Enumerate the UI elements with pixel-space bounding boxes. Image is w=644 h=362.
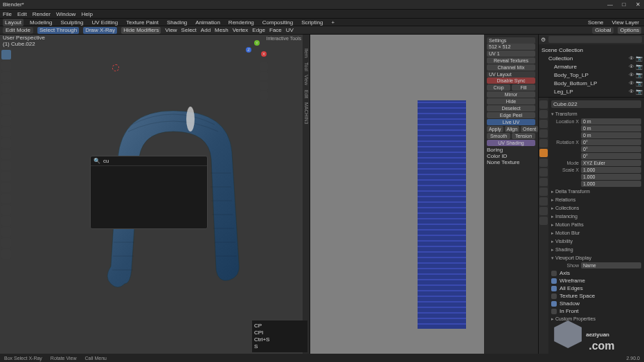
menu-help[interactable]: Help bbox=[81, 11, 92, 17]
tool-bevel[interactable] bbox=[1, 161, 11, 170]
axis-checkbox[interactable] bbox=[551, 271, 557, 276]
options-button[interactable]: Options bbox=[618, 27, 641, 34]
prop-tab-world[interactable] bbox=[539, 139, 548, 147]
perspective-button[interactable] bbox=[260, 91, 268, 100]
window-maximize[interactable]: □ bbox=[620, 1, 627, 8]
hide-modifiers-toggle[interactable]: Hide Modifiers bbox=[121, 27, 161, 34]
tool-knife[interactable] bbox=[1, 183, 11, 192]
vp-menu-vertex[interactable]: Vertex bbox=[233, 27, 249, 33]
npanel-tab-edit[interactable]: Edit bbox=[304, 90, 309, 98]
eye-icon[interactable]: 👁 bbox=[629, 89, 634, 94]
visibility-section[interactable]: Visibility bbox=[551, 237, 641, 246]
location-x[interactable]: 0 m bbox=[581, 118, 641, 125]
tool-transform[interactable] bbox=[1, 105, 11, 115]
outliner-item[interactable]: Collection👁📷 bbox=[540, 54, 643, 62]
shading-section[interactable]: Shading bbox=[551, 246, 641, 254]
boring-check[interactable]: Boring bbox=[487, 147, 503, 153]
prop-tab-particle[interactable] bbox=[539, 168, 548, 177]
render-icon[interactable]: 📷 bbox=[636, 89, 641, 94]
rotation-y[interactable]: 0° bbox=[581, 146, 641, 152]
collections-section[interactable]: Collections bbox=[551, 204, 641, 212]
tab-sculpting[interactable]: Sculpting bbox=[59, 19, 86, 26]
tool-scale[interactable] bbox=[1, 94, 11, 104]
location-y[interactable]: 0 m bbox=[581, 125, 641, 132]
tab-rendering[interactable]: Rendering bbox=[226, 19, 256, 26]
npanel-tab-item[interactable]: Item bbox=[304, 48, 309, 58]
infront-checkbox[interactable] bbox=[551, 309, 557, 314]
prop-tab-physics[interactable] bbox=[539, 178, 548, 186]
search-results[interactable] bbox=[91, 166, 207, 228]
deselect-button[interactable]: Deselect bbox=[487, 105, 535, 111]
draw-xray-toggle[interactable]: Draw X-Ray bbox=[83, 27, 117, 34]
npanel-tab-machin3[interactable]: MACHIN3 bbox=[304, 102, 309, 125]
orient-button[interactable]: Orient bbox=[521, 126, 538, 132]
delta-transform-section[interactable]: Delta Transform bbox=[551, 188, 641, 196]
disable-sync-button[interactable]: Disable Sync bbox=[487, 78, 535, 84]
edge-peel-button[interactable]: Edge Peel bbox=[487, 112, 535, 118]
window-close[interactable]: ✕ bbox=[634, 1, 641, 8]
tool-measure[interactable] bbox=[1, 127, 11, 137]
tool-cursor[interactable] bbox=[1, 61, 11, 71]
camera-button[interactable] bbox=[260, 82, 268, 90]
fill-button[interactable]: Fill bbox=[512, 84, 535, 91]
smooth-button[interactable]: Smooth bbox=[487, 133, 510, 139]
tab-animation[interactable]: Animation bbox=[193, 19, 222, 26]
rotation-x[interactable]: 0° bbox=[581, 139, 641, 145]
hide-button[interactable]: Hide bbox=[487, 98, 535, 105]
motion-blur-section[interactable]: Motion Blur bbox=[551, 229, 641, 237]
zoom-button[interactable] bbox=[260, 62, 268, 71]
viewport-display-section[interactable]: Viewport Display bbox=[551, 254, 641, 262]
vp-menu-add[interactable]: Add bbox=[201, 27, 211, 33]
tool-edgeslide[interactable] bbox=[1, 227, 11, 237]
shadow-checkbox[interactable] bbox=[551, 301, 557, 307]
eye-icon[interactable]: 👁 bbox=[629, 64, 634, 69]
menu-edit[interactable]: Edit bbox=[17, 11, 27, 17]
tab-layout[interactable]: Layout bbox=[3, 19, 24, 26]
tool-move[interactable] bbox=[1, 72, 11, 82]
menu-file[interactable]: File bbox=[3, 11, 12, 17]
menu-window[interactable]: Window bbox=[56, 11, 75, 17]
navigation-gizmo[interactable]: X Y Z bbox=[244, 37, 268, 61]
breadcrumb[interactable]: Cube.022 bbox=[551, 100, 641, 108]
window-minimize[interactable]: — bbox=[607, 1, 614, 8]
scale-y[interactable]: 1.000 bbox=[581, 174, 641, 180]
menu-render[interactable]: Render bbox=[33, 11, 51, 17]
tool-extrude[interactable] bbox=[1, 138, 11, 148]
tool-annotate[interactable] bbox=[1, 116, 11, 126]
scale-z[interactable]: 1.000 bbox=[581, 181, 641, 187]
uv-map[interactable]: UV 1 bbox=[487, 51, 535, 57]
apply-button[interactable]: Apply bbox=[487, 126, 503, 132]
prop-tab-render[interactable] bbox=[539, 100, 548, 109]
eye-icon[interactable]: 👁 bbox=[629, 55, 634, 61]
vp-menu-edge[interactable]: Edge bbox=[252, 27, 265, 33]
alledges-checkbox[interactable] bbox=[551, 286, 557, 291]
transform-section[interactable]: Transform bbox=[551, 110, 641, 118]
prop-tab-data[interactable] bbox=[539, 197, 548, 206]
3d-viewport[interactable]: User Perspective (1) Cube.022 Interactiv… bbox=[0, 35, 310, 354]
uvshading-button[interactable]: UV Shading bbox=[487, 140, 535, 146]
nonetex-check[interactable]: None Texture bbox=[487, 159, 519, 165]
outliner-filter-icon[interactable]: ⚙ bbox=[541, 37, 546, 43]
tab-scripting[interactable]: Scripting bbox=[299, 19, 325, 26]
vp-menu-mesh[interactable]: Mesh bbox=[215, 27, 229, 33]
tool-polybuild[interactable] bbox=[1, 194, 11, 203]
texturespace-checkbox[interactable] bbox=[551, 293, 557, 299]
tool-select[interactable] bbox=[1, 50, 11, 60]
prop-tab-scene[interactable] bbox=[539, 129, 548, 138]
npanel-tab-tool[interactable]: Tool bbox=[304, 62, 309, 71]
prop-tab-material[interactable] bbox=[539, 207, 548, 215]
tab-shading[interactable]: Shading bbox=[165, 19, 189, 26]
tab-compositing[interactable]: Compositing bbox=[260, 19, 295, 26]
tab-modeling[interactable]: Modeling bbox=[28, 19, 54, 26]
outliner-item[interactable]: Body_Top_LP👁📷 bbox=[540, 71, 643, 79]
scene-collection[interactable]: Scene Collection bbox=[540, 46, 643, 54]
outliner-search[interactable] bbox=[548, 36, 642, 43]
instancing-section[interactable]: Instancing bbox=[551, 212, 641, 221]
tool-shrink[interactable] bbox=[1, 238, 11, 248]
tool-inset[interactable] bbox=[1, 150, 11, 159]
mode-selector[interactable]: Edit Mode bbox=[3, 27, 33, 34]
rotation-mode[interactable]: XYZ Euler bbox=[581, 160, 641, 166]
location-z[interactable]: 0 m bbox=[581, 132, 641, 138]
reveal-textures-button[interactable]: Reveal Textures bbox=[487, 57, 535, 64]
uv-layout-header[interactable]: UV Layout bbox=[487, 71, 535, 78]
